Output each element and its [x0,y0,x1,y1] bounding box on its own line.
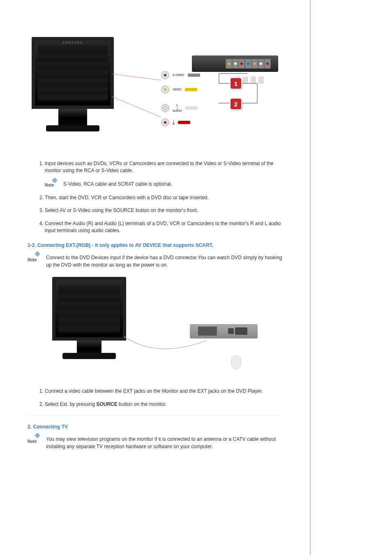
monitor-illustration: SAMSUNG [32,37,114,131]
audio-r-label: R [173,122,175,125]
ext-cable-line [124,336,206,361]
list2-item1: Connect a video cable between the EXT ja… [45,388,282,395]
instructions-list-2: Connect a video cable between the EXT ja… [36,388,282,408]
note-icon: Note [28,435,41,444]
ext-connection-diagram [52,277,258,371]
document-page: SAMSUNG S-VIDEO VIDEO [0,0,311,555]
section-1-2-note: Connect to the DVD Devices input if the … [46,253,282,269]
instructions-list-1: Input devices such as DVDs, VCRs or Camc… [36,160,282,234]
list1-note1: S-Video, RCA cable and SCRAT cable is op… [63,180,282,188]
audio-l-plug-icon [185,106,198,110]
callout-badge-2: 2 [230,98,242,110]
audio-l-label: L [173,104,182,106]
callout-badge-1: 1 [230,77,242,90]
remote-illustration [231,356,241,369]
svg-line-1 [112,97,161,117]
video-label: VIDEO [173,88,182,91]
port-panel: S-VIDEO VIDEO L | AUDIO [161,68,214,129]
dvd-device-illustration [190,324,258,339]
svideo-plug-icon [188,74,200,77]
external-device-illustration [192,55,278,72]
audio-l-port-icon [161,104,169,112]
video-plug-icon [185,88,197,91]
callout-lines [112,74,161,119]
list1-item4: Connect the Audio (R) and Audio (L) term… [45,220,282,235]
list1-item3: Select AV or S-Video using the SOURCE bu… [45,207,282,214]
content-area: SAMSUNG S-VIDEO VIDEO [28,37,282,481]
audio-r-port-icon [161,118,169,127]
list1-item2: Then, start the DVD, VCR or Camcorders w… [45,194,282,201]
section-2-title: 2. Connecting TV [28,424,282,430]
list2-item2: Select Ext. by pressing SOURCE button on… [45,401,282,408]
svideo-label: S-VIDEO [173,74,184,76]
note-icon: Note [45,180,58,189]
section-1-2-title: 1-2. Connecting EXT.(RGB) - It only appl… [28,242,282,248]
list1-item1: Input devices such as DVDs, VCRs or Camc… [45,160,282,189]
monitor-brand-label: SAMSUNG [62,41,83,44]
svg-line-0 [112,74,161,80]
monitor-illustration [52,277,126,363]
note-icon: Note [28,253,41,262]
video-port-icon [161,85,169,94]
divider [28,415,282,416]
section-2-note: You may view television programs on the … [46,435,282,450]
audio-label: AUDIO [173,109,182,112]
audio-r-plug-icon [178,121,190,124]
av-connection-diagram: SAMSUNG S-VIDEO VIDEO [32,37,278,148]
svideo-port-icon [161,71,169,79]
